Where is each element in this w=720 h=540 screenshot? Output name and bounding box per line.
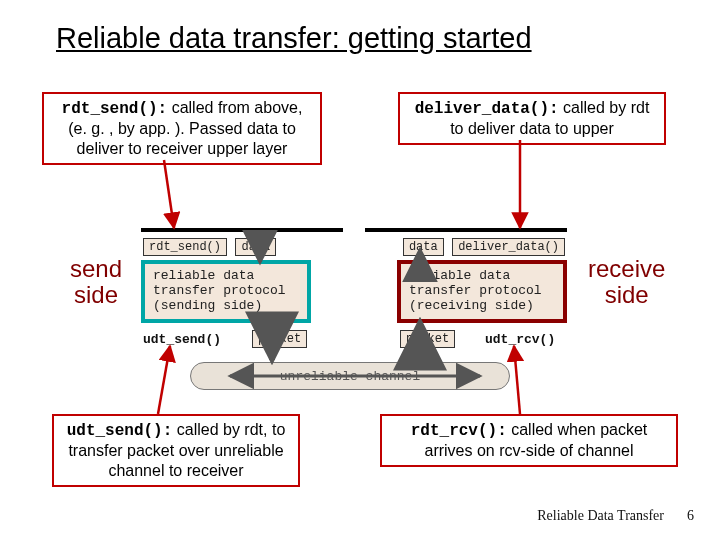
box-data-right: data <box>403 238 444 256</box>
code-udt-send: udt_send(): <box>67 422 173 440</box>
black-bar-right <box>365 228 567 232</box>
callout-rdt-rcv: rdt_rcv(): called when packet arrives on… <box>380 414 678 467</box>
box-packet-left: packet <box>252 330 307 348</box>
diagram-sending: rdt_send() data reliable data transfer p… <box>141 228 343 323</box>
label-send-side: send side <box>70 256 122 309</box>
footer-page: 6 <box>687 508 694 524</box>
box-packet-right: packet <box>400 330 455 348</box>
callout-rdt-send: rdt_send(): called from above, (e. g. , … <box>42 92 322 165</box>
sending-proto-line2: transfer protocol <box>153 284 299 299</box>
box-receiving-protocol: reliable data transfer protocol (receivi… <box>397 260 567 323</box>
label-receive-side: receive side <box>588 256 665 309</box>
diagram-receiving: data deliver_data() reliable data transf… <box>365 228 567 323</box>
black-bar-left <box>141 228 343 232</box>
label-udt-send: udt_send() <box>143 332 221 347</box>
sending-proto-line1: reliable data <box>153 269 299 284</box>
receiving-proto-line3: (receiving side) <box>409 299 555 314</box>
sending-proto-line3: (sending side) <box>153 299 299 314</box>
svg-line-2 <box>158 346 170 414</box>
box-deliver-data: deliver_data() <box>452 238 565 256</box>
code-rdt-rcv: rdt_rcv(): <box>411 422 507 440</box>
label-udt-rcv: udt_rcv() <box>485 332 555 347</box>
receiving-proto-line1: reliable data <box>409 269 555 284</box>
callout-deliver-data: deliver_data(): called by rdt to deliver… <box>398 92 666 145</box>
receiving-proto-line2: transfer protocol <box>409 284 555 299</box>
svg-line-0 <box>164 160 174 228</box>
code-rdt-send: rdt_send(): <box>62 100 168 118</box>
box-unreliable-channel: unreliable channel <box>190 362 510 390</box>
box-rdt-send: rdt_send() <box>143 238 227 256</box>
code-deliver-data: deliver_data(): <box>415 100 559 118</box>
box-sending-protocol: reliable data transfer protocol (sending… <box>141 260 311 323</box>
box-data-left: data <box>235 238 276 256</box>
svg-line-3 <box>514 346 520 414</box>
page-title: Reliable data transfer: getting started <box>56 22 532 55</box>
footer-title: Reliable Data Transfer <box>537 508 664 524</box>
callout-udt-send: udt_send(): called by rdt, to transfer p… <box>52 414 300 487</box>
